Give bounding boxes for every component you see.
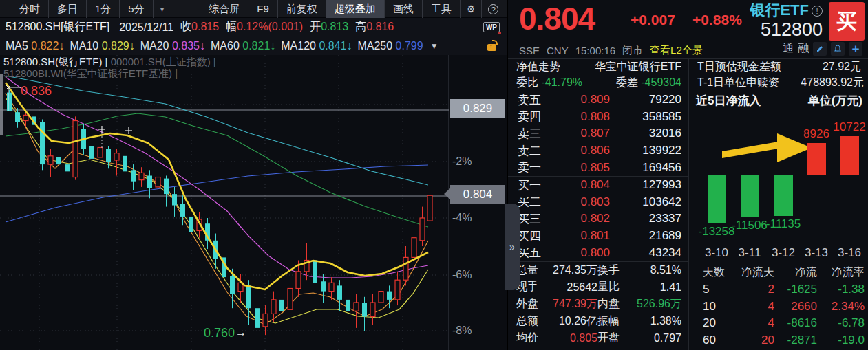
- help-icon[interactable]: ?: [482, 0, 505, 18]
- weibi-row: 委比 -41.79% 委差 -459304: [508, 75, 688, 91]
- tab-period-1[interactable]: 多日: [49, 0, 87, 18]
- pct-tick-label: -6%: [452, 269, 472, 281]
- ma-ma120: MA120 0.841↓: [281, 40, 352, 52]
- flow-date-label: 3-16: [831, 246, 868, 260]
- candlestick-chart[interactable]: 0.8360.760→ 512800.SH(银行ETF) | 000001.SH…: [0, 55, 507, 350]
- flow-date-label: 3-11: [731, 246, 768, 260]
- price-change: +0.007: [631, 12, 675, 28]
- buy-level-row[interactable]: 买一0.804127993: [508, 177, 688, 194]
- currency-label: CNY: [547, 45, 569, 56]
- flow-bar: [840, 136, 859, 175]
- weibi-label: 委比: [516, 76, 538, 88]
- add-plus-icon[interactable]: ＋: [849, 42, 862, 56]
- tab-tool-5[interactable]: 工具: [423, 0, 461, 18]
- wp-monitor-icon[interactable]: WP: [483, 22, 500, 32]
- fund-row-t: T日预估现金差额 27.92元: [689, 59, 868, 75]
- sell-level-row[interactable]: 卖四0.808358585: [508, 109, 688, 126]
- weibi-value: -41.79%: [541, 76, 582, 88]
- chevrons-right-icon: »: [509, 241, 515, 252]
- tool-tabs: 综合屏F9前复权超级叠加画线工具: [200, 0, 461, 18]
- flow-stats-table: 天数净流天净流净流率52-1625-1.3810426602.34%204-86…: [689, 263, 868, 349]
- flow-bar: [741, 175, 759, 217]
- svg-text:0.760: 0.760: [204, 326, 235, 340]
- nav-label: 净值走势: [516, 60, 560, 74]
- left-axis-strip: [0, 74, 3, 135]
- tab-tool-2[interactable]: 前复权: [278, 0, 326, 18]
- flow-date-label: 3-10: [698, 246, 735, 260]
- flow-table-row: 204-8616-6.78: [689, 315, 868, 332]
- nav-fund-name: 华宝中证银行ETF: [595, 60, 681, 74]
- orderbook-column: 净值走势 华宝中证银行ETF 委比 -41.79% 委差 -459304 卖五0…: [508, 59, 689, 350]
- fund-row-t1: T-1日单位申赎资 478893.92元: [689, 75, 868, 91]
- stat-row: 现手25642量比1.41: [508, 279, 688, 296]
- l2-panorama-link[interactable]: 查看L2全景: [650, 44, 703, 57]
- buy-button[interactable]: 买: [829, 2, 865, 41]
- flow-table-header: 天数净流天净流净流率: [689, 263, 868, 281]
- stat-row: 总量274.35万换手8.51%: [508, 262, 688, 279]
- flow-bar-chart: -132583-10-115063-11-111353-1289263-1310…: [689, 110, 868, 263]
- sell-level-row[interactable]: 卖三0.80732016: [508, 125, 688, 142]
- sell-level-row[interactable]: 卖一0.805169456: [508, 159, 688, 176]
- flow-unit: 单位(万元): [808, 93, 862, 109]
- flow-chart-header: 近5日净流入 单位(万元): [689, 91, 868, 110]
- t1-unit-value: 478893.92元: [801, 76, 864, 90]
- chart-canvas: 0.8360.760→: [0, 55, 507, 350]
- sell-level-row[interactable]: 卖五0.80979220: [508, 91, 688, 109]
- field-开: 开0.813: [310, 20, 348, 34]
- quote-header: 0.804 +0.007 +0.88% 银行ETF! 512800 买: [508, 0, 868, 43]
- tab-period-0[interactable]: 分时: [11, 0, 49, 18]
- alert-bell-icon[interactable]: [831, 42, 845, 56]
- period-toolbar: 分时多日1分5分 ▾ 综合屏F9前复权超级叠加画线工具 ⚙ ? »: [0, 0, 507, 18]
- quote-info-bar: 512800.SH[银行ETF] 2025/12/11 收0.815幅0.12%…: [0, 18, 507, 36]
- buy-levels: 买一0.804127993买二0.803103642买三0.80223337买四…: [508, 177, 688, 261]
- unlock-icon[interactable]: [487, 41, 498, 52]
- pct-tick-label: -4%: [452, 212, 472, 224]
- sell-level-row[interactable]: 卖二0.806139922: [508, 142, 688, 160]
- t-cash-value: 27.92元: [823, 60, 861, 74]
- price-change-percent: +0.88%: [692, 12, 742, 28]
- tab-tool-1[interactable]: F9: [248, 0, 278, 18]
- buy-level-row[interactable]: 买三0.80223337: [508, 210, 688, 228]
- nav-row: 净值走势 华宝中证银行ETF: [508, 59, 688, 75]
- edit-pencil-icon[interactable]: [813, 42, 827, 56]
- crosshair-date: 2025/12/11: [119, 21, 173, 34]
- flow-bar: [807, 143, 826, 175]
- stat-row: 均价0.805开盘0.797: [508, 329, 688, 347]
- buy-level-row[interactable]: 买五0.80043234: [508, 244, 688, 261]
- pct-tick-label: -8%: [452, 325, 472, 337]
- instrument-name: 银行ETF: [750, 1, 809, 19]
- period-dropdown-caret-icon[interactable]: ▾: [154, 0, 172, 18]
- ma-values: MA5 0.822↓MA10 0.829↓MA20 0.835↓MA60 0.8…: [6, 40, 429, 52]
- period-tabs: 分时多日1分5分: [11, 0, 154, 18]
- flow-date-label: 3-12: [765, 246, 802, 260]
- ma-ma60: MA60 0.821↓: [211, 40, 275, 52]
- instrument-code: 512800: [750, 21, 823, 39]
- info-icon[interactable]: !: [812, 6, 823, 17]
- price-badge-upper: 0.829: [450, 99, 505, 118]
- tab-period-3[interactable]: 5分: [120, 0, 153, 18]
- ma-ma250: MA250 0.799: [357, 40, 423, 52]
- ma-ma10: MA10 0.829↓: [70, 40, 134, 52]
- ma-dropdown-icon[interactable]: ▼: [430, 41, 438, 51]
- tab-tool-4[interactable]: 画线: [385, 0, 423, 18]
- ma-indicator-bar: MA5 0.822↓MA10 0.829↓MA20 0.835↓MA60 0.8…: [0, 36, 507, 55]
- svg-text:→: →: [235, 327, 246, 338]
- market-status-bar: SSE CNY 15:00:16 闭市 查看L2全景: [519, 43, 703, 58]
- symbol-label: 512800.SH[银行ETF]: [6, 20, 109, 34]
- fundflow-column: T日预估现金差额 27.92元 T-1日单位申赎资 478893.92元 近5日…: [689, 59, 868, 350]
- tab-tool-0[interactable]: 综合屏: [200, 0, 248, 18]
- margin-tag-tong: 通: [783, 41, 794, 56]
- t1-unit-label: T-1日单位申赎资: [697, 76, 779, 90]
- field-高: 高0.816: [355, 20, 394, 34]
- tab-tool-3[interactable]: 超级叠加: [326, 0, 385, 18]
- gear-icon[interactable]: ⚙: [461, 0, 483, 18]
- buy-level-row[interactable]: 买四0.80121689: [508, 228, 688, 245]
- buy-level-row[interactable]: 买二0.803103642: [508, 194, 688, 211]
- tab-period-2[interactable]: 1分: [87, 0, 120, 18]
- exchange-label: SSE: [519, 45, 540, 56]
- pct-tick-label: -2%: [452, 155, 472, 168]
- panel-collapse-handle[interactable]: »: [505, 204, 520, 290]
- weicha-value: -459304: [641, 76, 681, 88]
- last-price-badge: 0.804: [450, 185, 505, 204]
- margin-tag-rong: 融: [798, 41, 809, 56]
